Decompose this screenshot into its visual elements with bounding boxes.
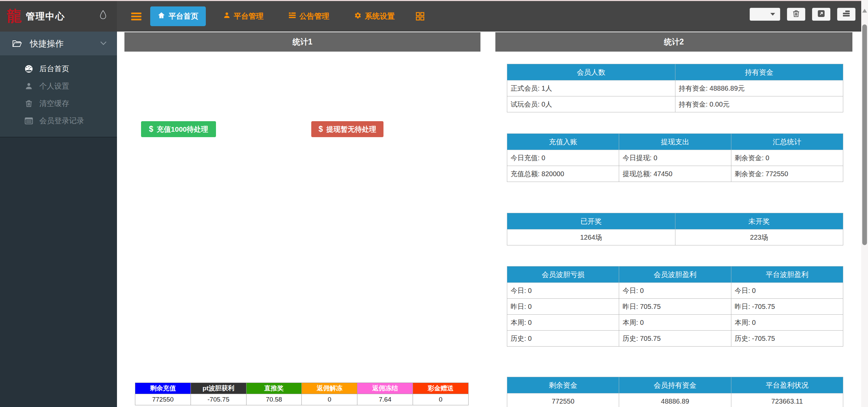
chevron-down-icon [770,13,775,16]
column-header: 返佣冻结 [357,383,413,394]
column-header: 已开奖 [507,213,675,229]
sidebar-item-label: 后台首页 [39,64,69,74]
deposit-pending-button[interactable]: $ 充值1000待处理 [141,121,216,137]
brand-area[interactable]: 龍 管理中心 [0,1,117,32]
table-header-row: 剩余充值 pt波胆获利 直推奖 返佣解冻 返佣冻结 彩金赠送 [135,383,469,394]
column-header: 会员人数 [507,64,675,80]
column-header: 平台波胆盈利 [731,266,843,283]
withdraw-button-label: 提现暂无待处理 [326,125,376,134]
sidebar-group-quick-actions[interactable]: 快捷操作 [0,32,117,55]
stats-panel-1: 统计1 $ 充值1000待处理 $ 提现暂无待处理 剩余充值 pt波胆获利 直推… [124,32,480,407]
sidebar-item-label: 清空缓存 [39,98,69,109]
cell: 昨日: 0 [507,299,619,315]
cell: 1264场 [507,229,675,245]
cell: 持有资金: 0.00元 [675,96,843,112]
table-header-row: 已开奖 未开奖 [507,213,843,229]
top-edge-strip [0,0,868,1]
cell: 提现总额: 47450 [619,166,731,182]
cell: -705.75 [191,394,246,405]
withdraw-pending-button[interactable]: $ 提现暂无待处理 [311,121,383,137]
sidebar-item-login-records[interactable]: 会员登录记录 [0,112,117,129]
user-icon [24,82,33,90]
list-icon [289,12,296,21]
dollar-icon: $ [319,125,323,134]
tab-platform-manage[interactable]: 平台管理 [216,6,271,26]
cell: 剩余资金: 772550 [731,166,843,182]
column-header: 返佣解冻 [302,383,357,394]
column-header: 持有资金 [675,64,843,80]
dollar-icon: $ [149,125,153,134]
sidebar-item-label: 会员登录记录 [39,116,84,126]
cell: 昨日: 705.75 [619,299,731,315]
droplet-icon[interactable] [99,10,107,21]
table-row: 正式会员: 1人 持有资金: 48886.89元 [507,80,843,96]
control-sidebar-button[interactable] [837,8,855,21]
table-row: 昨日: 0 昨日: 705.75 昨日: -705.75 [507,299,843,315]
column-header: 直推奖 [246,383,302,394]
table-row: 试玩会员: 0人 持有资金: 0.00元 [507,96,843,112]
table-row: 1264场 223场 [507,229,843,245]
table-row: 772550 -705.75 70.58 0 7.64 0 [135,394,469,405]
panel1-body: $ 充值1000待处理 $ 提现暂无待处理 剩余充值 pt波胆获利 直推奖 返佣… [124,52,480,407]
panel1-title: 统计1 [124,32,480,52]
column-header: 剩余资金 [507,377,619,393]
cell: 772550 [507,393,619,407]
vertical-scrollbar[interactable] [861,0,868,407]
table-header-row: 会员波胆亏损 会员波胆盈利 平台波胆盈利 [507,266,843,283]
tab-platform-home[interactable]: 平台首页 [150,6,206,26]
tab-system-settings[interactable]: 系统设置 [347,6,402,26]
tab-label: 平台首页 [169,11,198,21]
sidebar-item-profile[interactable]: 个人设置 [0,77,117,95]
table-row: 充值总额: 820000 提现总额: 47450 剩余资金: 772550 [507,166,843,182]
cell: 723663.11 [731,393,843,407]
cell: 历史: 705.75 [619,331,731,347]
trash-icon [24,100,33,107]
cell: 今日: 0 [731,283,843,299]
column-header: 彩金赠送 [413,383,469,394]
clear-cache-button[interactable] [787,8,805,21]
cell: 历史: -705.75 [731,331,843,347]
balance-breakdown-table: 剩余充值 pt波胆获利 直推奖 返佣解冻 返佣冻结 彩金赠送 772550 -7… [135,383,469,405]
table-row: 今日: 0 今日: 0 今日: 0 [507,283,843,299]
top-navbar: 龍 管理中心 平台首页 平台管理 公告管理 [0,1,861,32]
deposit-button-label: 充值1000待处理 [157,125,208,134]
user-icon [223,12,230,21]
table-row: 历史: 0 历史: 705.75 历史: -705.75 [507,331,843,347]
draw-status-table: 已开奖 未开奖 1264场 223场 [507,213,843,245]
table-row: 772550 48886.89 723663.11 [507,393,843,407]
column-header: 会员持有资金 [619,377,731,393]
folder-open-icon [12,39,22,48]
cell: 昨日: -705.75 [731,299,843,315]
fullscreen-button[interactable] [812,8,830,21]
tab-announcement-manage[interactable]: 公告管理 [281,6,337,26]
column-header: pt波胆获利 [191,383,246,394]
cell: 试玩会员: 0人 [507,96,675,112]
sidebar-item-clear-cache[interactable]: 清空缓存 [0,95,117,112]
stats-panel-2: 统计2 会员人数 持有资金 正式会员: 1人 持有资金: 48886.89元 试… [495,32,852,407]
cell: 历史: 0 [507,331,619,347]
scroll-up-arrow-icon[interactable] [862,9,867,13]
chevron-down-icon [100,41,107,46]
external-link-icon [817,10,825,19]
cell: 今日充值: 0 [507,150,619,166]
header-dropdown[interactable] [750,8,780,21]
grid-menu-icon[interactable] [416,12,425,21]
column-header: 汇总统计 [731,134,843,150]
cell: 0 [413,394,469,405]
panel2-body: 会员人数 持有资金 正式会员: 1人 持有资金: 48886.89元 试玩会员:… [495,64,852,407]
scrollbar-thumb[interactable] [862,24,867,245]
nav-tab-bar: 平台首页 平台管理 公告管理 系统设置 [117,1,425,32]
dragon-logo-icon: 龍 [7,9,22,24]
column-header: 提现支出 [619,134,731,150]
tab-label: 系统设置 [365,11,395,21]
column-header: 充值入账 [507,134,619,150]
column-header: 平台盈利状况 [731,377,843,393]
column-header: 未开奖 [675,213,843,229]
column-header: 会员波胆亏损 [507,266,619,283]
cell: 正式会员: 1人 [507,80,675,96]
cell: 充值总额: 820000 [507,166,619,182]
sidebar-item-dashboard[interactable]: 后台首页 [0,60,117,77]
table-header-row: 会员人数 持有资金 [507,64,843,80]
sidebar: 快捷操作 后台首页 个人设置 清空缓存 会员登录记 [0,32,117,407]
sidebar-toggle-icon[interactable] [131,11,141,22]
